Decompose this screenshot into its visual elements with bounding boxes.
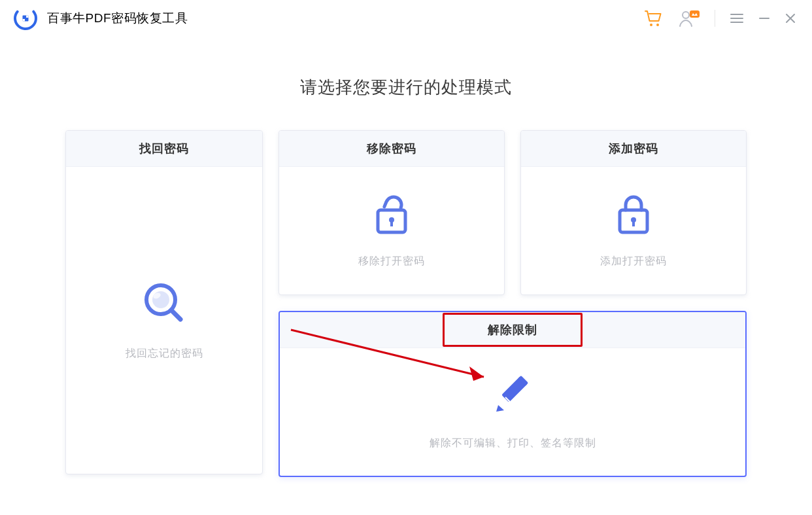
lock-icon [615,193,652,239]
svg-rect-3 [23,19,25,22]
svg-point-6 [683,12,689,18]
svg-rect-7 [690,10,700,18]
annotation-highlight-box: 解除限制 [443,313,583,347]
cart-icon[interactable] [644,9,664,27]
svg-rect-2 [26,16,29,18]
title-bar-right [644,9,796,27]
mode-layout: 找回密码 找回忘记的密码 [65,130,747,477]
card-remove-title: 移除密码 [279,131,504,167]
card-remove-body: 移除打开密码 [279,167,504,294]
top-row: 移除密码 移除打开密码 [279,130,747,295]
card-add-body: 添加打开密码 [521,167,746,294]
account-vip-icon[interactable] [678,9,700,27]
card-find-password[interactable]: 找回密码 找回忘记的密码 [65,130,263,474]
menu-icon[interactable] [730,11,744,26]
title-bar: 百事牛PDF密码恢复工具 [0,0,812,37]
card-add-password[interactable]: 添加密码 添加打开密码 [520,130,747,295]
svg-rect-20 [390,221,393,226]
separator [715,10,715,27]
svg-line-17 [171,310,180,319]
app-logo-icon [13,6,38,31]
card-remove-password[interactable]: 移除密码 移除打开密码 [279,130,505,295]
app-title: 百事牛PDF密码恢复工具 [47,10,188,27]
card-find-desc: 找回忘记的密码 [126,347,203,361]
main-content: 请选择您要进行的处理模式 找回密码 [0,37,812,515]
close-icon[interactable] [785,12,796,24]
card-remove-restrictions[interactable]: 解除限制 解除不可编辑、打印、签名等限制 [279,311,747,477]
svg-point-4 [650,24,652,26]
card-remove-desc: 移除打开密码 [358,255,425,268]
minimize-icon[interactable] [758,12,770,24]
card-restrict-title: 解除限制 [468,316,557,344]
card-add-desc: 添加打开密码 [600,255,667,268]
title-bar-left: 百事牛PDF密码恢复工具 [13,6,188,31]
main-heading: 请选择您要进行的处理模式 [65,76,747,99]
left-column: 找回密码 找回忘记的密码 [65,130,263,477]
pencil-icon [492,374,533,417]
magnifier-icon [141,280,187,329]
card-find-title: 找回密码 [66,131,262,167]
card-find-body: 找回忘记的密码 [66,167,262,474]
svg-point-5 [656,24,659,26]
card-restrict-body: 解除不可编辑、打印、签名等限制 [280,348,745,476]
svg-rect-23 [632,221,635,226]
card-restrict-desc: 解除不可编辑、打印、签名等限制 [430,436,596,450]
card-add-title: 添加密码 [521,131,746,167]
unlock-icon [371,193,412,239]
svg-marker-26 [496,405,504,412]
app-window: 百事牛PDF密码恢复工具 [0,0,812,515]
svg-point-15 [152,291,169,308]
card-restrict-header-wrap: 解除限制 [280,312,745,348]
right-column: 移除密码 移除打开密码 [279,130,747,477]
